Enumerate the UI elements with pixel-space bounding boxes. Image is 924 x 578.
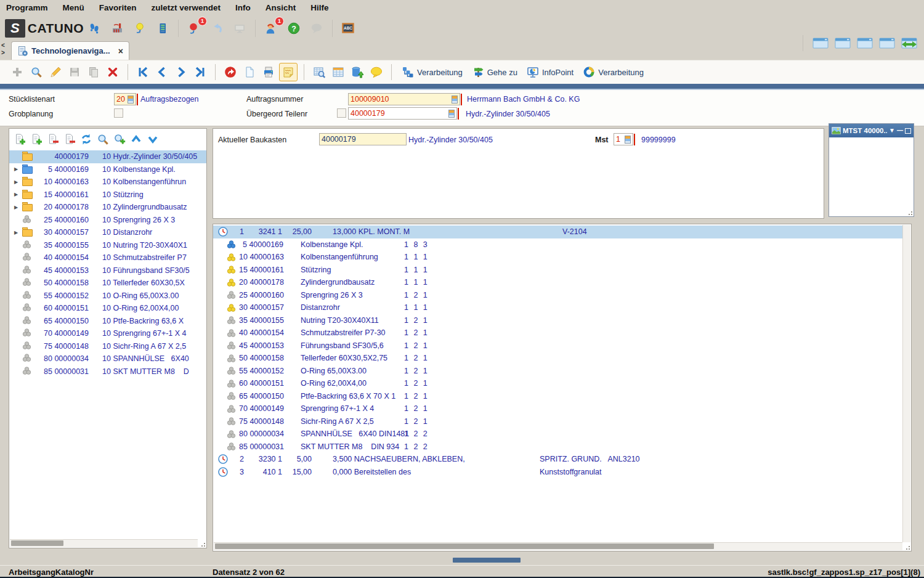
help-button[interactable]: ? <box>283 18 304 38</box>
tree-item[interactable]: 65 4000015010 Ptfe-Backring 63,6 X <box>9 315 206 328</box>
mtst-restore-icon[interactable] <box>905 128 911 134</box>
menu-item-info[interactable]: Info <box>235 3 251 12</box>
mtst-minimize-icon[interactable]: — <box>897 128 903 134</box>
pane-scrollbar-thumb[interactable] <box>453 558 521 563</box>
save-button[interactable] <box>66 63 83 81</box>
search-add-button[interactable] <box>113 132 126 146</box>
nav-first-button[interactable] <box>134 63 152 81</box>
expand-arrow-icon[interactable]: ▶ <box>14 230 22 235</box>
tree-item[interactable]: 35 4000015510 Nutring T20-30X40X1 <box>9 239 206 252</box>
part-row[interactable]: 85 00000031SKT MUTTER M8 DIN 9341 2 2 <box>213 441 902 454</box>
notes-button[interactable] <box>279 63 298 81</box>
expand-arrow-icon[interactable]: ▶ <box>14 192 22 197</box>
pin-yellow-button[interactable] <box>129 18 150 38</box>
footprints-button[interactable] <box>84 18 105 38</box>
list-vertical-scrollbar[interactable] <box>902 225 910 542</box>
refresh-button[interactable] <box>79 132 93 146</box>
new-doc-button[interactable] <box>241 63 258 81</box>
part-row[interactable]: 35 40000155Nutring T20-30X40X111 2 1 <box>213 314 902 327</box>
part-row[interactable]: 80 00000034SPANNHÜLSE 6X40 DIN14811 2 2 <box>213 428 902 441</box>
search-button[interactable] <box>28 63 45 81</box>
tree-item[interactable]: 45 4000015310 Führungsband SF30/5 <box>9 264 206 277</box>
expand-arrow-icon[interactable]: ▶ <box>14 179 22 185</box>
db-upload-button[interactable] <box>349 63 366 81</box>
part-row[interactable]: 65 40000150Ptfe-Backring 63,6 X 70 X 11 … <box>213 390 902 403</box>
doc-remove-button[interactable] <box>46 132 60 146</box>
support-button[interactable]: 1 <box>261 18 282 38</box>
stuecklistenart-field[interactable]: 20 <box>114 93 136 105</box>
undo-button[interactable] <box>206 18 227 38</box>
uebergeord-teilenr-checkbox[interactable] <box>337 108 346 118</box>
expand-arrow-icon[interactable]: ▶ <box>14 166 22 172</box>
part-row[interactable]: 40 40000154Schmutzabstreifer P7-301 2 1 <box>213 327 902 340</box>
baukasten-field[interactable]: 40000179 <box>319 133 407 145</box>
table-search-button[interactable] <box>310 63 328 81</box>
gehe-zu-button[interactable]: Gehe zu <box>468 65 521 79</box>
tab-technologienavigator[interactable]: Technologienaviga... × <box>11 41 129 60</box>
server-button[interactable] <box>152 18 173 38</box>
table-button[interactable] <box>330 63 347 81</box>
part-row[interactable]: 55 40000152O-Ring 65,00X3.001 2 1 <box>213 365 902 378</box>
part-row[interactable]: 5 40000169Kolbenstange Kpl.1 8 3 <box>213 238 902 251</box>
tree-item[interactable]: ▶15 4000016110 Stützring <box>9 189 206 201</box>
tab-scroll-left-icon[interactable]: < <box>1 42 5 49</box>
mtst-menu-icon[interactable]: ▼ <box>889 128 895 134</box>
part-row[interactable]: 75 40000148Sichr-Ring A 67 X 2,51 2 1 <box>213 415 902 428</box>
lookup-chip-icon[interactable] <box>452 96 458 104</box>
tree-item[interactable]: 50 4000015810 Tellerfeder 60X30,5X <box>9 277 206 290</box>
chev-down-button[interactable] <box>146 132 160 146</box>
tree-item[interactable]: 55 4000015210 O-Ring 65,00X3.00 <box>9 290 206 303</box>
expand-arrow-icon[interactable]: ▶ <box>14 205 22 210</box>
part-row[interactable]: 20 40000178Zylindergrundbausatz1 1 1 <box>213 276 902 289</box>
uebergeord-teilenr-field[interactable]: 40000179 <box>348 107 457 120</box>
tree-item[interactable]: 75 4000014810 Sichr-Ring A 67 X 2,5 <box>9 340 206 353</box>
verarbeitung-1-button[interactable]: Verarbeitung <box>398 65 466 79</box>
operation-row[interactable]: 3410 115,000,000 Bereitstellen desKunsts… <box>213 466 902 479</box>
print-button[interactable] <box>260 63 277 81</box>
alert-pin-button[interactable]: 1 <box>184 18 205 38</box>
delete-button[interactable] <box>104 63 121 81</box>
factory-button[interactable] <box>107 18 128 38</box>
tree-item[interactable]: 40 4000015410 Schmutzabstreifer P7 <box>9 251 206 264</box>
screen-button[interactable] <box>229 18 250 38</box>
grobplanung-checkbox[interactable] <box>114 108 123 118</box>
auftragsnummer-field[interactable]: 100009010 <box>348 93 460 105</box>
tab-scroll-right-icon[interactable]: > <box>1 49 5 57</box>
doc-add-button[interactable] <box>13 132 26 146</box>
menu-item-menü[interactable]: Menü <box>63 3 84 12</box>
comment-button[interactable] <box>368 63 385 81</box>
tree-item[interactable]: ▶20 4000017810 Zylindergrundbausatz <box>9 201 206 214</box>
menu-item-hilfe[interactable]: Hilfe <box>310 3 328 12</box>
operation-row[interactable]: 13241 125,0013,000 KPL. MONT. MV-2104 <box>213 226 902 238</box>
infopoint-button[interactable]: InfoPoint <box>523 65 577 79</box>
tree-item[interactable]: ▶5 4000016910 Kolbenstange Kpl. <box>9 163 206 176</box>
lookup-chip-icon[interactable] <box>128 96 134 104</box>
menu-item-ansicht[interactable]: Ansicht <box>265 3 296 12</box>
copy-button[interactable] <box>85 63 102 81</box>
doc-add-button[interactable] <box>30 132 43 146</box>
tree-item[interactable]: ▶30 4000015710 Distanzrohr <box>9 226 206 239</box>
part-row[interactable]: 60 40000151O-Ring 62,00X4,001 2 1 <box>213 377 902 390</box>
search-button[interactable] <box>96 132 110 146</box>
tree-item[interactable]: 60 4000015110 O-Ring 62,00X4,00 <box>9 302 206 315</box>
tree-horizontal-scrollbar[interactable] <box>10 539 198 547</box>
part-row[interactable]: 10 40000163Kolbenstangenführung1 1 1 <box>213 251 902 264</box>
add-button[interactable] <box>9 63 26 81</box>
mst-field[interactable]: 1 <box>614 133 633 145</box>
tree-item[interactable]: 85 0000003110 SKT MUTTER M8 D <box>9 365 206 378</box>
verarbeitung-2-button[interactable]: Verarbeitung <box>579 65 647 79</box>
menu-item-zuletzt-verwendet[interactable]: zuletzt verwendet <box>152 3 221 12</box>
mtst-resize-grip[interactable] <box>907 210 912 215</box>
part-row[interactable]: 45 40000153Führungsband SF30/5,61 2 1 <box>213 340 902 352</box>
lookup-chip-icon[interactable] <box>448 110 455 118</box>
tree-item[interactable]: 4000017910 Hydr.-Zylinder 30/50/405 <box>9 150 206 163</box>
nav-prev-button[interactable] <box>153 63 171 81</box>
tree-item[interactable]: ▶10 4000016310 Kolbenstangenführun <box>9 176 206 189</box>
mtst-titlebar[interactable]: MTST 40000... ▼ — <box>829 124 914 137</box>
menu-item-favoriten[interactable]: Favoriten <box>99 3 137 12</box>
edit-button[interactable] <box>47 63 64 81</box>
part-row[interactable]: 70 40000149Sprengring 67+-1 X 41 2 1 <box>213 402 902 415</box>
nav-last-button[interactable] <box>192 63 209 81</box>
nav-next-button[interactable] <box>172 63 190 81</box>
doc-remove-button[interactable] <box>63 132 76 146</box>
